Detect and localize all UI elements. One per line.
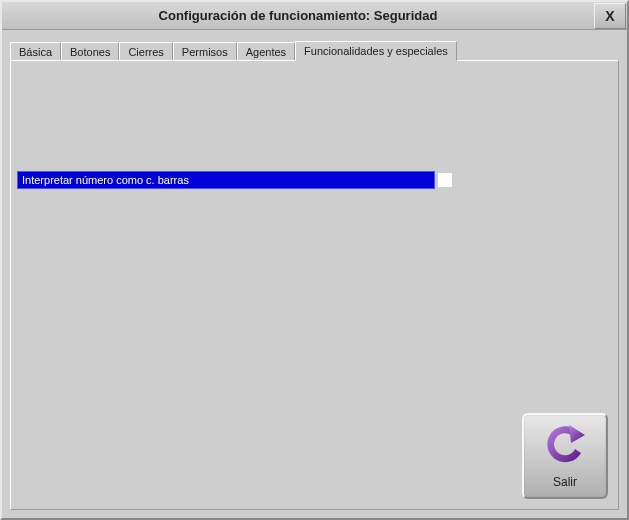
tab-funcionalidades[interactable]: Funcionalidades y especiales: [295, 41, 457, 61]
window-title: Configuración de funcionamiento: Segurid…: [2, 8, 594, 23]
titlebar: Configuración de funcionamiento: Segurid…: [2, 2, 627, 30]
exit-button[interactable]: Salir: [522, 413, 608, 499]
tab-permisos[interactable]: Permisos: [173, 42, 237, 61]
option-row-barcode: Interpretar número como c. barras: [17, 171, 453, 189]
close-button[interactable]: X: [594, 3, 626, 29]
exit-arrow-icon: [541, 423, 589, 473]
tab-label: Básica: [19, 46, 52, 58]
tab-botones[interactable]: Botones: [61, 42, 119, 61]
tabpanel-funcionalidades: Interpretar número como c. barras: [10, 60, 619, 510]
exit-label: Salir: [553, 475, 577, 489]
tab-label: Funcionalidades y especiales: [304, 45, 448, 57]
tab-label: Agentes: [246, 46, 286, 58]
tab-agentes[interactable]: Agentes: [237, 42, 295, 61]
tab-cierres[interactable]: Cierres: [119, 42, 172, 61]
tab-label: Botones: [70, 46, 110, 58]
close-icon: X: [605, 8, 614, 24]
tab-label: Permisos: [182, 46, 228, 58]
tabstrip: Básica Botones Cierres Permisos Agentes …: [10, 38, 619, 60]
content-area: Básica Botones Cierres Permisos Agentes …: [2, 30, 627, 518]
option-label-barcode[interactable]: Interpretar número como c. barras: [17, 171, 435, 189]
option-checkbox-barcode[interactable]: [437, 172, 453, 188]
tab-label: Cierres: [128, 46, 163, 58]
tab-basica[interactable]: Básica: [10, 42, 61, 61]
config-window: Configuración de funcionamiento: Segurid…: [0, 0, 629, 520]
